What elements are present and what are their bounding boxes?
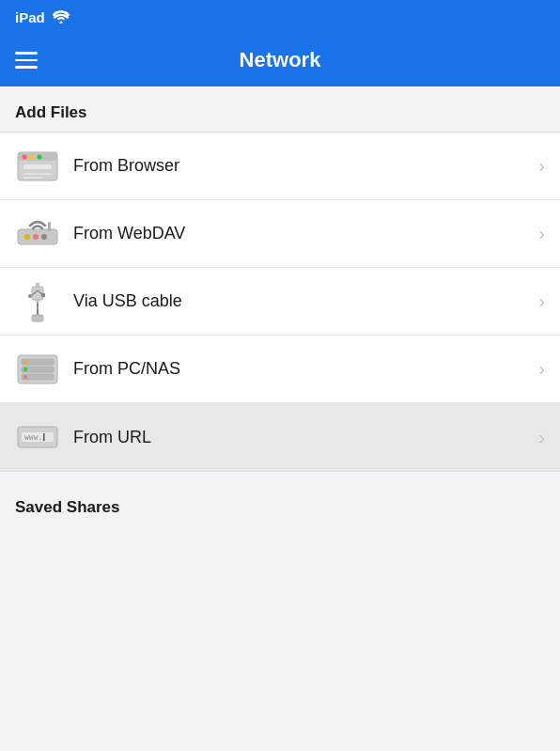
- from-browser-chevron: ›: [538, 155, 545, 177]
- svg-point-28: [23, 368, 27, 371]
- svg-rect-22: [41, 293, 45, 297]
- svg-point-12: [33, 234, 39, 240]
- svg-rect-18: [32, 315, 43, 321]
- svg-rect-7: [23, 164, 52, 169]
- svg-text:www.: www.: [24, 433, 42, 442]
- from-webdav-label: From WebDAV: [73, 224, 538, 243]
- via-usb-chevron: ›: [538, 290, 545, 312]
- add-files-section-header: Add Files: [0, 86, 560, 132]
- svg-point-21: [28, 294, 32, 298]
- svg-point-5: [30, 154, 35, 159]
- wifi-icon: [53, 10, 70, 23]
- svg-rect-33: [43, 433, 45, 441]
- from-webdav-chevron: ›: [538, 223, 545, 244]
- svg-point-11: [24, 234, 30, 240]
- url-icon: www.: [15, 415, 60, 460]
- from-pcnas-item[interactable]: From PC/NAS ›: [0, 336, 560, 403]
- from-url-chevron: ›: [538, 427, 545, 448]
- svg-rect-8: [23, 173, 52, 175]
- device-label: iPad: [15, 9, 45, 25]
- menu-button[interactable]: [15, 52, 38, 69]
- saved-shares-section-header: Saved Shares: [0, 472, 560, 526]
- browser-icon: [15, 144, 60, 189]
- from-browser-item[interactable]: From Browser ›: [0, 133, 560, 200]
- svg-point-29: [23, 375, 27, 379]
- svg-point-13: [41, 234, 47, 240]
- from-browser-label: From Browser: [73, 156, 538, 176]
- pcnas-icon: [15, 347, 60, 392]
- nav-bar: Network: [0, 34, 560, 86]
- svg-point-0: [59, 22, 62, 24]
- svg-point-4: [23, 154, 27, 159]
- from-pcnas-chevron: ›: [538, 358, 545, 380]
- page-title: Network: [240, 48, 321, 72]
- svg-rect-14: [48, 222, 51, 231]
- from-webdav-item[interactable]: From WebDAV ›: [0, 200, 560, 268]
- from-url-item[interactable]: www. From URL ›: [0, 403, 560, 471]
- from-url-label: From URL: [73, 428, 538, 447]
- svg-point-6: [38, 154, 42, 159]
- svg-rect-9: [23, 177, 42, 179]
- usb-icon: [15, 279, 60, 324]
- webdav-icon: [15, 211, 60, 257]
- status-bar: iPad: [0, 0, 560, 34]
- add-files-list: From Browser › From WebDAV ›: [0, 132, 560, 472]
- via-usb-item[interactable]: Via USB cable ›: [0, 268, 560, 336]
- via-usb-label: Via USB cable: [73, 291, 538, 311]
- svg-point-27: [23, 360, 27, 364]
- from-pcnas-label: From PC/NAS: [73, 359, 538, 379]
